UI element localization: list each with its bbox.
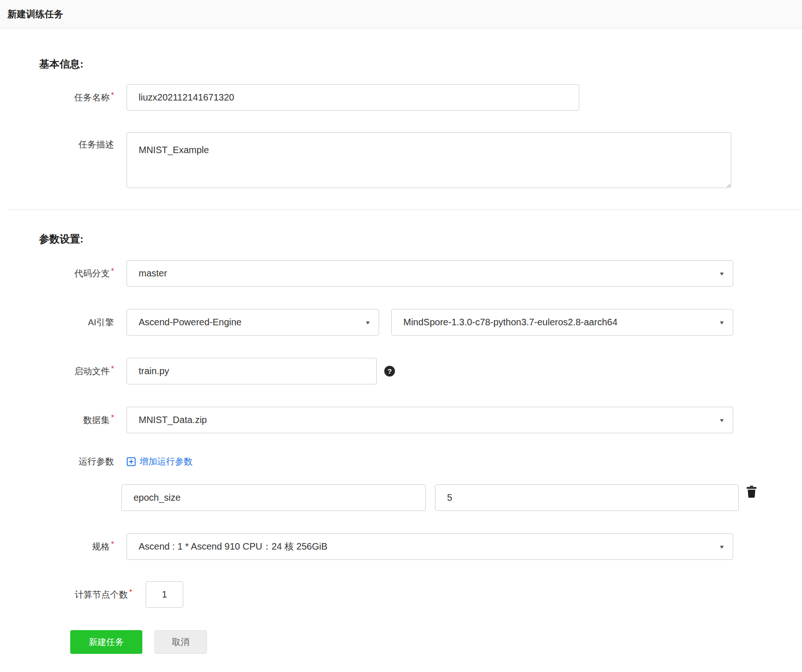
- dataset-value: MNIST_Data.zip: [139, 415, 207, 425]
- cancel-button[interactable]: 取消: [154, 630, 207, 654]
- run-params-label: 运行参数: [39, 456, 127, 468]
- required-asterisk: *: [111, 414, 114, 422]
- dataset-label: 数据集*: [39, 414, 127, 426]
- spec-value: Ascend : 1 * Ascend 910 CPU：24 核 256GiB: [139, 540, 327, 553]
- task-desc-textarea[interactable]: MNIST_Example: [127, 132, 731, 188]
- ai-engine-row: AI引擎 Ascend-Powered-Engine ▼ MindSpore-1…: [39, 309, 802, 336]
- task-name-input[interactable]: [127, 84, 579, 111]
- section-divider: [7, 209, 802, 210]
- required-asterisk: *: [111, 540, 114, 548]
- required-asterisk: *: [111, 267, 114, 275]
- section-param-settings: 参数设置:: [39, 232, 802, 246]
- dataset-row: 数据集* MNIST_Data.zip ▼: [39, 407, 802, 433]
- trash-icon: [746, 492, 757, 499]
- node-count-row: 计算节点个数*: [39, 581, 802, 608]
- run-param-item-row: [39, 484, 802, 511]
- dataset-select[interactable]: MNIST_Data.zip ▼: [127, 407, 733, 433]
- add-run-param-label: 增加运行参数: [140, 456, 193, 468]
- required-asterisk: *: [129, 588, 132, 596]
- ai-engine-label: AI引擎: [39, 316, 127, 329]
- code-branch-row: 代码分支* master ▼: [39, 260, 802, 287]
- chevron-down-icon: ▼: [719, 544, 725, 550]
- chevron-down-icon: ▼: [719, 271, 725, 276]
- page-title: 新建训练任务: [7, 8, 63, 20]
- task-name-row: 任务名称*: [39, 84, 802, 111]
- engine-version-value: MindSpore-1.3.0-c78-python3.7-euleros2.8…: [403, 317, 617, 328]
- boot-file-label: 启动文件*: [39, 365, 127, 377]
- required-asterisk: *: [111, 91, 114, 99]
- spec-select[interactable]: Ascend : 1 * Ascend 910 CPU：24 核 256GiB …: [127, 533, 733, 560]
- run-param-key-input[interactable]: [121, 484, 426, 511]
- required-asterisk: *: [111, 365, 114, 373]
- run-param-value-input[interactable]: [435, 484, 739, 511]
- boot-file-row: 启动文件* ?: [39, 358, 802, 384]
- code-branch-value: master: [139, 268, 167, 279]
- ai-engine-value: Ascend-Powered-Engine: [139, 317, 241, 328]
- chevron-down-icon: ▼: [365, 320, 371, 325]
- chevron-down-icon: ▼: [719, 320, 725, 325]
- code-branch-label: 代码分支*: [39, 268, 127, 280]
- section-basic-info: 基本信息:: [39, 57, 802, 71]
- spec-row: 规格* Ascend : 1 * Ascend 910 CPU：24 核 256…: [39, 533, 802, 560]
- engine-version-select[interactable]: MindSpore-1.3.0-c78-python3.7-euleros2.8…: [391, 309, 733, 336]
- submit-button[interactable]: 新建任务: [70, 630, 142, 654]
- spec-label: 规格*: [39, 541, 127, 553]
- help-icon[interactable]: ?: [384, 366, 395, 376]
- form-content: 基本信息: 任务名称* 任务描述 MNIST_Example 参数设置: 代码分…: [0, 57, 802, 668]
- node-count-label: 计算节点个数*: [39, 589, 146, 601]
- chevron-down-icon: ▼: [719, 417, 725, 423]
- page-header: 新建训练任务: [0, 0, 802, 28]
- delete-run-param-button[interactable]: [746, 485, 757, 498]
- action-buttons-row: 新建任务 取消: [70, 630, 802, 668]
- task-desc-row: 任务描述 MNIST_Example: [39, 132, 802, 188]
- task-name-label: 任务名称*: [39, 92, 127, 104]
- task-desc-label: 任务描述: [39, 132, 127, 151]
- node-count-input[interactable]: [146, 581, 183, 608]
- boot-file-input[interactable]: [127, 358, 377, 384]
- run-params-row: 运行参数 增加运行参数: [39, 456, 802, 468]
- ai-engine-select[interactable]: Ascend-Powered-Engine ▼: [127, 309, 379, 336]
- add-run-param-link[interactable]: 增加运行参数: [127, 456, 193, 468]
- code-branch-select[interactable]: master ▼: [127, 260, 733, 287]
- plus-square-icon: [127, 457, 136, 466]
